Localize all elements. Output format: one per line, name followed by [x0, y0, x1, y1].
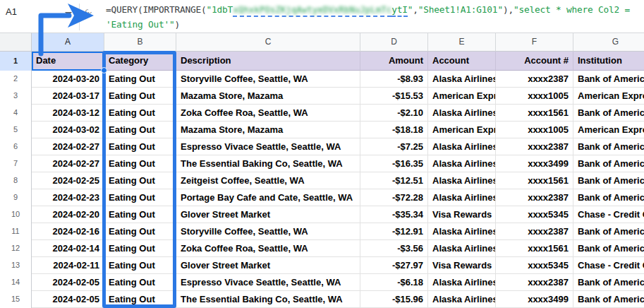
cell-F10[interactable]: xxxx5345	[496, 206, 573, 223]
cell-G10[interactable]: Chase - Credit Card	[573, 206, 644, 223]
cell-F4[interactable]: xxxx1561	[496, 105, 573, 122]
cell-A14[interactable]: 2024-02-05	[32, 274, 104, 291]
row-header-6[interactable]: 6	[0, 138, 32, 155]
row-header-5[interactable]: 5	[0, 122, 32, 138]
cell-G6[interactable]: Bank of America	[573, 138, 644, 155]
column-header-A[interactable]: A	[32, 32, 104, 52]
cell-E2[interactable]: Alaska Airlines	[428, 71, 496, 88]
header-cell-E1[interactable]: Account	[428, 52, 496, 71]
row-header-11[interactable]: 11	[0, 223, 32, 240]
cell-D3[interactable]: -$15.53	[360, 88, 428, 105]
cell-A8[interactable]: 2024-02-25	[32, 172, 104, 189]
row-header-9[interactable]: 9	[0, 189, 32, 206]
cell-D2[interactable]: -$8.93	[360, 71, 428, 88]
fill-handle[interactable]	[101, 67, 107, 73]
cell-G3[interactable]: American Express	[573, 88, 644, 105]
cell-G12[interactable]: Bank of America	[573, 240, 644, 257]
cell-G4[interactable]: Bank of America	[573, 105, 644, 122]
cell-A6[interactable]: 2024-02-27	[32, 138, 104, 155]
cell-C10[interactable]: Glover Street Market	[176, 206, 360, 223]
cell-E14[interactable]: Alaska Airlines	[428, 274, 496, 291]
row-header-13[interactable]: 13	[0, 257, 32, 274]
cell-E13[interactable]: Visa Rewards	[428, 257, 496, 274]
cell-B5[interactable]: Eating Out	[104, 122, 176, 138]
cell-C15[interactable]: The Essential Baking Co, Seattle, WA	[176, 291, 360, 308]
column-header-B[interactable]: B	[104, 32, 176, 52]
cell-A2[interactable]: 2024-03-20	[32, 71, 104, 88]
cell-D11[interactable]: -$12.91	[360, 223, 428, 240]
cell-G11[interactable]: Bank of America	[573, 223, 644, 240]
name-box[interactable]: A1	[6, 6, 17, 17]
cell-B4[interactable]: Eating Out	[104, 105, 176, 122]
cell-C9[interactable]: Portage Bay Cafe and Cate, Seattle, WA	[176, 189, 360, 206]
cell-E11[interactable]: Alaska Airlines	[428, 223, 496, 240]
row-header-8[interactable]: 8	[0, 172, 32, 189]
cell-F2[interactable]: xxxx2387	[496, 71, 573, 88]
cell-G8[interactable]: Bank of America	[573, 172, 644, 189]
cell-F12[interactable]: xxxx1561	[496, 240, 573, 257]
cell-A7[interactable]: 2024-02-27	[32, 155, 104, 172]
column-header-C[interactable]: C	[176, 32, 360, 52]
row-header-1[interactable]: 1	[0, 52, 32, 71]
header-cell-D1[interactable]: Amount	[360, 52, 428, 71]
cell-A3[interactable]: 2024-03-17	[32, 88, 104, 105]
cell-C4[interactable]: Zoka Coffee Roa, Seattle, WA	[176, 105, 360, 122]
cell-E4[interactable]: Alaska Airlines	[428, 105, 496, 122]
header-cell-B1[interactable]: Category	[104, 52, 176, 71]
cell-E12[interactable]: Alaska Airlines	[428, 240, 496, 257]
cell-A12[interactable]: 2024-02-14	[32, 240, 104, 257]
cell-C14[interactable]: Espresso Vivace Seattle, Seattle, WA	[176, 274, 360, 291]
header-cell-A1[interactable]: Date	[32, 52, 104, 71]
cell-E5[interactable]: American Express	[428, 122, 496, 138]
cell-D12[interactable]: -$3.56	[360, 240, 428, 257]
cell-D5[interactable]: -$18.18	[360, 122, 428, 138]
cell-C11[interactable]: Storyville Coffee, Seattle, WA	[176, 223, 360, 240]
select-all-corner[interactable]	[0, 32, 32, 52]
cell-B7[interactable]: Eating Out	[104, 155, 176, 172]
cell-A15[interactable]: 2024-02-05	[32, 291, 104, 308]
cell-B3[interactable]: Eating Out	[104, 88, 176, 105]
cell-B2[interactable]: Eating Out	[104, 71, 176, 88]
row-header-10[interactable]: 10	[0, 206, 32, 223]
cell-E7[interactable]: Alaska Airlines	[428, 155, 496, 172]
cell-E8[interactable]: Alaska Airlines	[428, 172, 496, 189]
column-header-F[interactable]: F	[496, 32, 573, 52]
row-header-3[interactable]: 3	[0, 88, 32, 105]
cell-G9[interactable]: Bank of America	[573, 189, 644, 206]
cell-D9[interactable]: -$72.28	[360, 189, 428, 206]
cell-B12[interactable]: Eating Out	[104, 240, 176, 257]
column-header-D[interactable]: D	[360, 32, 428, 52]
cell-C13[interactable]: Glover Street Market	[176, 257, 360, 274]
cell-B14[interactable]: Eating Out	[104, 274, 176, 291]
cell-D14[interactable]: -$6.18	[360, 274, 428, 291]
cell-G2[interactable]: Bank of America	[573, 71, 644, 88]
cell-F3[interactable]: xxxx1005	[496, 88, 573, 105]
cell-C7[interactable]: The Essential Baking Co, Seattle, WA	[176, 155, 360, 172]
cell-A10[interactable]: 2024-02-20	[32, 206, 104, 223]
cell-C12[interactable]: Zoka Coffee Roa, Seattle, WA	[176, 240, 360, 257]
column-header-E[interactable]: E	[428, 32, 496, 52]
cell-G14[interactable]: Bank of America	[573, 274, 644, 291]
cell-B13[interactable]: Eating Out	[104, 257, 176, 274]
cell-B9[interactable]: Eating Out	[104, 189, 176, 206]
column-header-G[interactable]: G	[573, 32, 644, 52]
cell-A9[interactable]: 2024-02-23	[32, 189, 104, 206]
row-header-4[interactable]: 4	[0, 105, 32, 122]
cell-E6[interactable]: Alaska Airlines	[428, 138, 496, 155]
cell-B6[interactable]: Eating Out	[104, 138, 176, 155]
header-cell-C1[interactable]: Description	[176, 52, 360, 71]
cell-F7[interactable]: xxxx3499	[496, 155, 573, 172]
formula-input[interactable]: =QUERY(IMPORTRANGE("1dbTxQhxkPOsZKjqAwty…	[106, 2, 636, 32]
cell-B8[interactable]: Eating Out	[104, 172, 176, 189]
cell-F14[interactable]: xxxx2387	[496, 274, 573, 291]
cell-C3[interactable]: Mazama Store, Mazama	[176, 88, 360, 105]
cell-F5[interactable]: xxxx1005	[496, 122, 573, 138]
cell-G5[interactable]: American Express	[573, 122, 644, 138]
cell-F9[interactable]: xxxx2387	[496, 189, 573, 206]
row-header-14[interactable]: 14	[0, 274, 32, 291]
cell-A5[interactable]: 2024-03-02	[32, 122, 104, 138]
cell-E10[interactable]: Visa Rewards	[428, 206, 496, 223]
header-cell-G1[interactable]: Institution	[573, 52, 644, 71]
cell-F8[interactable]: xxxx1561	[496, 172, 573, 189]
cell-C5[interactable]: Mazama Store, Mazama	[176, 122, 360, 138]
